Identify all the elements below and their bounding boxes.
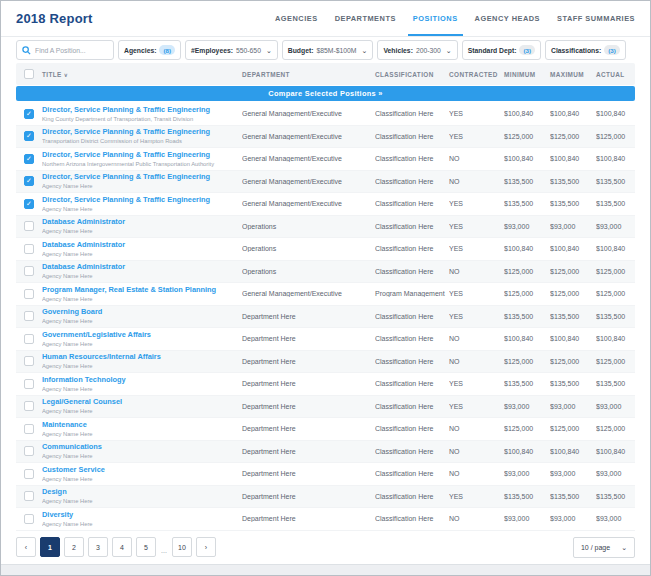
position-title-link[interactable]: Database Administrator [42, 263, 242, 272]
next-page-button[interactable]: › [196, 537, 216, 557]
select-all-checkbox[interactable] [24, 69, 34, 79]
column-header-minimum[interactable]: MINIMUM [504, 71, 550, 78]
row-checkbox[interactable]: ✓ [24, 176, 34, 186]
minimum-cell: $100,840 [504, 448, 550, 455]
compare-selected-button[interactable]: Compare Selected Positions » [16, 86, 635, 101]
column-header-contracted[interactable]: CONTRACTED [449, 71, 504, 78]
maximum-cell: $135,500 [550, 178, 596, 185]
position-title-link[interactable]: Director, Service Planning & Traffic Eng… [42, 173, 242, 182]
row-checkbox[interactable] [24, 514, 34, 524]
row-checkbox[interactable] [24, 289, 34, 299]
position-title-link[interactable]: Information Technology [42, 376, 242, 385]
position-title-link[interactable]: Director, Service Planning & Traffic Eng… [42, 151, 242, 160]
position-title-link[interactable]: Director, Service Planning & Traffic Eng… [42, 196, 242, 205]
column-header-classification[interactable]: CLASSIFICATION [375, 71, 449, 78]
row-checkbox-cell: ✓ [16, 176, 42, 186]
actual-cell: $100,840 [596, 110, 635, 117]
row-checkbox[interactable] [24, 424, 34, 434]
agency-name: Agency Name Here [42, 318, 242, 324]
search-box[interactable] [16, 40, 114, 60]
row-checkbox[interactable]: ✓ [24, 109, 34, 119]
position-title-link[interactable]: Maintenance [42, 421, 242, 430]
filter-chip[interactable]: Agencies: (8) [118, 40, 181, 60]
agency-name: Agency Name Here [42, 296, 242, 302]
position-title-link[interactable]: Communications [42, 443, 242, 452]
page-size-select[interactable]: 10 / page ⌄ [573, 537, 635, 558]
page-button-2[interactable]: 2 [64, 537, 84, 557]
position-title-link[interactable]: Database Administrator [42, 241, 242, 250]
title-cell: Communications Agency Name Here [42, 443, 242, 459]
department-cell: Department Here [242, 403, 375, 410]
nav-item-agencies[interactable]: AGENCIES [275, 1, 318, 36]
position-title-link[interactable]: Legal/General Counsel [42, 398, 242, 407]
position-title-link[interactable]: Program Manager, Real Estate & Station P… [42, 286, 242, 295]
maximum-cell: $125,000 [550, 268, 596, 275]
department-cell: Department Here [242, 493, 375, 500]
row-checkbox[interactable] [24, 379, 34, 389]
page-button-4[interactable]: 4 [112, 537, 132, 557]
column-header-title[interactable]: TITLE∨ [42, 71, 242, 78]
sort-chevron-icon: ∨ [64, 72, 68, 78]
row-checkbox[interactable] [24, 356, 34, 366]
filter-chip[interactable]: Classifications: (3) [545, 40, 626, 60]
row-checkbox-cell [16, 221, 42, 231]
row-checkbox[interactable] [24, 334, 34, 344]
row-checkbox-cell: ✓ [16, 154, 42, 164]
position-title-link[interactable]: Design [42, 488, 242, 497]
page-button-5[interactable]: 5 [136, 537, 156, 557]
maximum-cell: $125,000 [550, 133, 596, 140]
row-checkbox[interactable] [24, 221, 34, 231]
actual-cell: $135,500 [596, 313, 635, 320]
nav-item-positions[interactable]: POSITIONS [413, 1, 458, 36]
row-checkbox[interactable]: ✓ [24, 131, 34, 141]
prev-page-button[interactable]: ‹ [16, 537, 36, 557]
column-header-label: CLASSIFICATION [375, 71, 434, 78]
table-row: Program Manager, Real Estate & Station P… [16, 283, 635, 306]
page-button-10[interactable]: 10 [172, 537, 192, 557]
filter-chip[interactable]: Budget: $85M-$100M ⌄ [282, 40, 374, 60]
maximum-cell: $93,000 [550, 403, 596, 410]
contracted-cell: YES [449, 110, 504, 117]
column-header-label: TITLE [42, 71, 62, 78]
position-title-link[interactable]: Human Resources/Internal Affairs [42, 353, 242, 362]
position-title-link[interactable]: Director, Service Planning & Traffic Eng… [42, 106, 242, 115]
filter-chip[interactable]: Vehicles: 200-300 ⌄ [377, 40, 457, 60]
minimum-cell: $135,500 [504, 178, 550, 185]
row-checkbox[interactable] [24, 311, 34, 321]
row-checkbox[interactable]: ✓ [24, 154, 34, 164]
row-checkbox[interactable] [24, 446, 34, 456]
table-row: ✓ Director, Service Planning & Traffic E… [16, 193, 635, 216]
row-checkbox[interactable] [24, 491, 34, 501]
department-cell: Department Here [242, 470, 375, 477]
column-header-actual[interactable]: ACTUAL [596, 71, 635, 78]
column-header-label: DEPARTMENT [242, 71, 290, 78]
classification-cell: Classification Here [375, 133, 449, 140]
page-button-1[interactable]: 1 [40, 537, 60, 557]
position-title-link[interactable]: Director, Service Planning & Traffic Eng… [42, 128, 242, 137]
maximum-cell: $100,840 [550, 155, 596, 162]
filter-chip[interactable]: #Employees: 550-650 ⌄ [185, 40, 278, 60]
nav-item-staff-summaries[interactable]: STAFF SUMMARIES [557, 1, 635, 36]
position-title-link[interactable]: Database Administrator [42, 218, 242, 227]
contracted-cell: NO [449, 268, 504, 275]
search-input[interactable] [35, 47, 108, 54]
filter-chip[interactable]: Standard Dept: (3) [462, 40, 541, 60]
position-title-link[interactable]: Governing Board [42, 308, 242, 317]
row-checkbox[interactable] [24, 266, 34, 276]
row-checkbox[interactable]: ✓ [24, 199, 34, 209]
filter-bar: Agencies: (8) #Employees: 550-650 ⌄ Budg… [1, 37, 650, 63]
position-title-link[interactable]: Customer Service [42, 466, 242, 475]
position-title-link[interactable]: Diversity [42, 511, 242, 520]
position-title-link[interactable]: Government/Legislative Affairs [42, 331, 242, 340]
row-checkbox[interactable] [24, 469, 34, 479]
row-checkbox[interactable] [24, 244, 34, 254]
column-header-maximum[interactable]: MAXIMUM [550, 71, 596, 78]
row-checkbox[interactable] [24, 401, 34, 411]
nav-item-agency-heads[interactable]: AGENCY HEADS [475, 1, 540, 36]
page-button-3[interactable]: 3 [88, 537, 108, 557]
column-header-department[interactable]: DEPARTMENT [242, 71, 375, 78]
nav-item-departments[interactable]: DEPARTMENTS [335, 1, 396, 36]
title-cell: Director, Service Planning & Traffic Eng… [42, 196, 242, 212]
table-row: ✓ Director, Service Planning & Traffic E… [16, 126, 635, 149]
title-cell: Database Administrator Agency Name Here [42, 241, 242, 257]
